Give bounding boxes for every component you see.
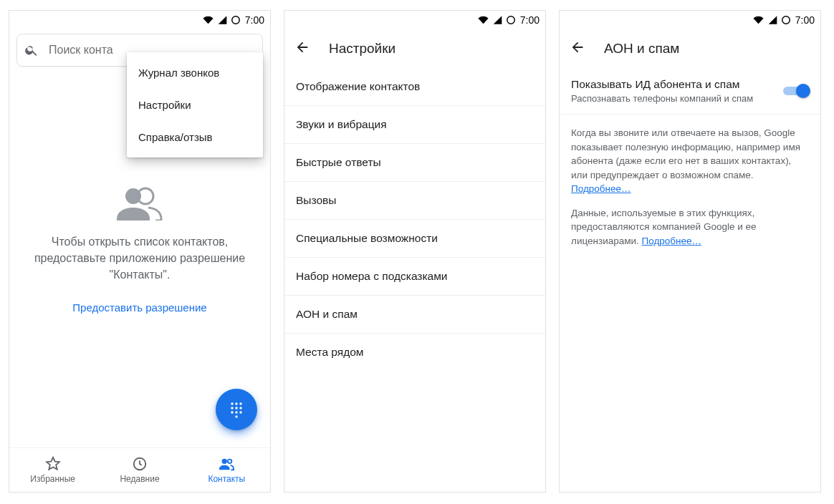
svg-point-14	[222, 459, 227, 464]
wifi-icon	[477, 15, 489, 25]
svg-point-0	[232, 16, 240, 24]
clock-icon	[132, 456, 148, 472]
svg-point-16	[507, 16, 515, 24]
status-time: 7:00	[520, 14, 540, 26]
caller-id-toggle-row[interactable]: Показывать ИД абонента и спам Распознава…	[560, 68, 820, 115]
signal-icon	[492, 15, 503, 25]
settings-item-display-contacts[interactable]: Отображение контактов	[284, 68, 545, 106]
status-bar: 7:00	[9, 11, 270, 29]
menu-item-help[interactable]: Справка/отзыв	[127, 121, 263, 153]
toggle-subtitle: Распознавать телефоны компаний и спам	[571, 93, 775, 104]
info-text-1: Когда вы звоните или отвечаете на вызов,…	[571, 127, 800, 180]
settings-item-nearby-places[interactable]: Места рядом	[284, 334, 545, 371]
wifi-icon	[202, 15, 214, 25]
grant-permission-link[interactable]: Предоставить разрешение	[72, 301, 206, 314]
app-bar: Настройки	[284, 29, 545, 68]
svg-point-10	[235, 411, 237, 413]
info-paragraph-2: Данные, используемые в этих функциях, пр…	[571, 206, 809, 248]
wifi-icon	[752, 15, 764, 25]
info-block: Когда вы звоните или отвечаете на вызов,…	[560, 115, 820, 270]
app-bar: АОН и спам	[560, 29, 820, 68]
status-time: 7:00	[245, 14, 264, 26]
overflow-menu: Журнал звонков Настройки Справка/отзыв	[127, 52, 263, 158]
nav-contacts[interactable]: Контакты	[183, 448, 270, 492]
settings-item-calls[interactable]: Вызовы	[284, 182, 545, 220]
learn-more-link-2[interactable]: Подробнее…	[642, 236, 702, 246]
toggle-switch[interactable]	[783, 84, 809, 98]
menu-item-settings[interactable]: Настройки	[127, 89, 263, 121]
app-bar-title: АОН и спам	[604, 41, 679, 57]
dialpad-icon	[228, 401, 245, 418]
status-bar: 7:00	[560, 11, 820, 29]
svg-point-6	[231, 407, 233, 409]
circle-icon	[231, 15, 241, 25]
star-icon	[45, 456, 61, 472]
svg-point-11	[239, 411, 241, 413]
toggle-title: Показывать ИД абонента и спам	[571, 78, 775, 91]
dialpad-fab[interactable]	[216, 389, 257, 430]
settings-item-sounds[interactable]: Звуки и вибрация	[284, 106, 545, 144]
back-button[interactable]	[294, 39, 310, 58]
contacts-icon	[114, 186, 166, 220]
phone-caller-id-screen: 7:00 АОН и спам Показывать ИД абонента и…	[559, 10, 821, 493]
nav-contacts-label: Контакты	[208, 474, 245, 484]
svg-point-12	[235, 415, 237, 417]
settings-item-quick-responses[interactable]: Быстрые ответы	[284, 144, 545, 182]
menu-item-call-log[interactable]: Журнал звонков	[127, 57, 263, 89]
empty-text: Чтобы открыть список контактов, предоста…	[28, 233, 251, 284]
settings-item-caller-id-spam[interactable]: АОН и спам	[284, 296, 545, 334]
settings-item-accessibility[interactable]: Специальные возможности	[284, 220, 545, 258]
nav-recents[interactable]: Недавние	[96, 448, 183, 492]
svg-point-15	[228, 460, 232, 464]
circle-icon	[506, 15, 516, 25]
bottom-nav: Избранные Недавние Контакты	[9, 447, 270, 492]
svg-point-5	[239, 402, 241, 404]
svg-point-9	[231, 411, 233, 413]
signal-icon	[767, 15, 778, 25]
status-time: 7:00	[795, 14, 815, 26]
nav-recents-label: Недавние	[120, 474, 159, 484]
learn-more-link-1[interactable]: Подробнее…	[571, 183, 631, 194]
nav-favorites-label: Избранные	[30, 474, 75, 484]
arrow-back-icon	[570, 39, 585, 55]
info-paragraph-1: Когда вы звоните или отвечаете на вызов,…	[571, 126, 809, 196]
svg-point-17	[782, 16, 790, 24]
svg-point-7	[235, 407, 237, 409]
status-bar: 7:00	[284, 11, 545, 29]
settings-list: Отображение контактов Звуки и вибрация Б…	[284, 68, 545, 492]
phone-settings-screen: 7:00 Настройки Отображение контактов Зву…	[284, 10, 546, 493]
svg-point-3	[231, 402, 233, 404]
signal-icon	[217, 15, 228, 25]
svg-point-4	[235, 402, 237, 404]
back-button[interactable]	[570, 39, 585, 58]
arrow-back-icon	[294, 39, 310, 55]
app-bar-title: Настройки	[329, 41, 396, 57]
settings-item-assisted-dialing[interactable]: Набор номера с подсказками	[284, 258, 545, 296]
svg-point-8	[239, 407, 241, 409]
phone-contacts-screen: 7:00 Поиск конта Журнал звонков Настройк…	[9, 10, 271, 493]
nav-favorites[interactable]: Избранные	[9, 448, 96, 492]
circle-icon	[781, 15, 791, 25]
people-icon	[219, 456, 234, 472]
